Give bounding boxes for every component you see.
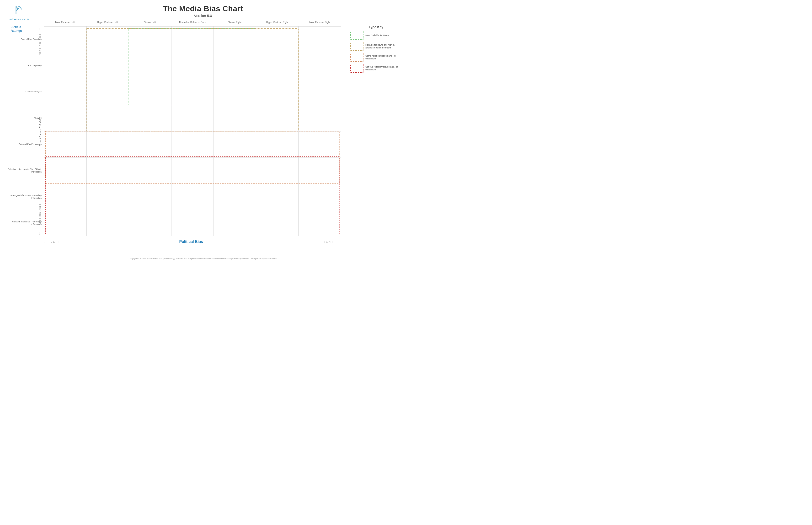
row-label-8: Contains Inaccurate / Fabricated Informa… [5,210,43,236]
col-header-3: Skews Left [129,21,171,24]
key-label-red: Serious reliability issues and / or extr… [365,65,402,71]
copyright: Copyright © 2019 Ad Fontes Media, Inc. |… [0,257,406,260]
key-box-tan [350,42,363,51]
page: ad fontes media The Media Bias Chart Ver… [0,0,406,262]
row-label-7: Propoganda / Contains Misleading Informa… [5,184,43,210]
row-label-6: Selective or Incomplete Story / Unfair P… [5,158,43,184]
key-box-red [350,64,363,73]
col-header-7: Most Extreme Right [299,21,341,24]
political-bias-label: Political Bias [179,240,203,244]
key-item-orange: Some reliability issues and / or extremi… [350,53,402,62]
key-item-red: Serious reliability issues and / or extr… [350,64,402,73]
more-reliable-label: MORE RELIABLE [39,33,41,55]
logo-text: ad fontes media [10,18,30,20]
row-label-4: Analysis [5,105,43,131]
key-label-tan: Reliable for news, but high in analysis … [365,43,402,49]
row-label-2: Fact Reporting [5,52,43,79]
col-header-1: Most Extreme Left [44,21,86,24]
type-key: Type Key Most Reliable for News Reliable… [350,25,402,75]
key-label-green: Most Reliable for News [365,34,389,37]
svg-line-4 [18,7,19,10]
left-right-area: ← LEFT Political Bias RIGHT → [44,240,341,244]
chart-title: The Media Bias Chart [0,4,406,13]
key-item-tan: Reliable for news, but high in analysis … [350,42,402,51]
left-label: LEFT [51,241,60,243]
row-label-3: Complex Analysis [5,79,43,105]
key-box-green [350,31,363,40]
svg-rect-11 [45,156,339,234]
right-label: RIGHT [322,241,334,243]
key-item-green: Most Reliable for News [350,31,402,40]
header: The Media Bias Chart Version 5.0 [0,0,406,18]
chart-subtitle: Version 5.0 [0,14,406,18]
logo-icon [14,5,26,17]
y-axis-labels: Original Fact Reporting Fact Reporting C… [5,26,43,236]
key-label-orange: Some reliability issues and / or extremi… [365,55,402,60]
reliability-label: Overall Source Reliability [39,116,41,147]
logo: ad fontes media [10,5,30,20]
column-headers: Most Extreme Left Hyper-Partisan Left Sk… [44,21,341,24]
svg-rect-8 [129,29,256,105]
col-header-2: Hyper-Partisan Left [86,21,129,24]
col-header-4: Neutral or Balanced Bias [171,21,214,24]
svg-rect-9 [86,29,299,131]
key-box-orange [350,53,363,62]
type-key-title: Type Key [350,25,402,29]
left-arrow-icon: ← [44,241,46,243]
col-header-6: Hyper-Partisan Right [256,21,299,24]
right-arrow-icon: → [339,241,341,243]
chart-grid [44,26,341,236]
less-reliable-label: LESS RELIABLE [39,204,41,224]
row-label-1: Original Fact Reporting [5,26,43,52]
down-arrow-icon: ↓ [38,231,40,236]
row-label-5: Opinion / Fair Persuasion [5,131,43,158]
col-header-5: Skews Right [214,21,256,24]
svg-line-6 [19,7,22,10]
